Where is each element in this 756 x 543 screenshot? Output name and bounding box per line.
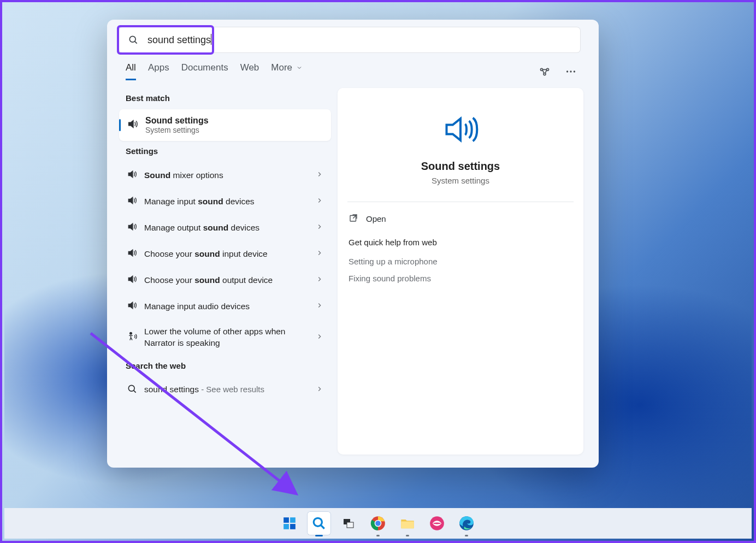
tab-documents[interactable]: Documents	[181, 62, 228, 80]
svg-point-23	[375, 521, 381, 526]
search-bar[interactable]: sound settings	[119, 27, 580, 52]
connections-icon[interactable]	[538, 64, 552, 79]
svg-point-7	[574, 70, 575, 72]
chevron-right-icon	[316, 333, 323, 343]
search-icon	[127, 383, 138, 397]
settings-result[interactable]: Choose your sound input device	[119, 241, 331, 267]
speaker-icon	[127, 221, 138, 234]
svg-point-3	[546, 68, 548, 70]
settings-result[interactable]: Lower the volume of other apps when Narr…	[119, 320, 331, 356]
svg-point-8	[130, 332, 132, 334]
speaker-icon	[127, 169, 138, 182]
help-link[interactable]: Fixing sound problems	[338, 269, 583, 286]
best-match-result[interactable]: Sound settings System settings	[119, 109, 331, 141]
open-label: Open	[366, 214, 386, 223]
quick-help-heading: Get quick help from web	[338, 230, 583, 252]
result-text: Manage output sound devices	[144, 222, 309, 234]
start-button[interactable]	[277, 511, 302, 535]
search-icon	[119, 34, 147, 45]
svg-line-1	[135, 42, 137, 44]
best-match-title: Sound settings	[145, 116, 209, 126]
search-input[interactable]: sound settings	[147, 34, 574, 46]
speaker-icon	[127, 195, 138, 208]
chevron-right-icon	[316, 249, 323, 259]
svg-line-18	[321, 525, 324, 528]
result-preview-pane: Sound settings System settings Open Get …	[338, 88, 583, 455]
settings-result[interactable]: Manage input audio devices	[119, 293, 331, 320]
help-link[interactable]: Setting up a microphone	[338, 252, 583, 269]
preview-title: Sound settings	[421, 160, 500, 173]
taskbar-chrome[interactable]	[366, 511, 390, 535]
chevron-right-icon	[316, 170, 323, 180]
best-match-subtitle: System settings	[145, 126, 209, 134]
search-web-heading: Search the web	[119, 356, 331, 377]
svg-point-4	[544, 73, 546, 75]
settings-heading: Settings	[119, 141, 331, 162]
tab-web[interactable]: Web	[240, 62, 259, 80]
result-text: Sound mixer options	[144, 170, 309, 181]
result-text: Lower the volume of other apps when Narr…	[144, 326, 309, 349]
speaker-icon	[127, 300, 138, 313]
speaker-icon	[127, 247, 138, 261]
results-list: Best match Sound settings System setting…	[119, 88, 331, 455]
best-match-heading: Best match	[119, 88, 331, 109]
taskbar-edge[interactable]	[454, 511, 479, 535]
taskbar-search-button[interactable]	[307, 511, 331, 535]
result-text: Choose your sound output device	[144, 275, 309, 286]
svg-rect-13	[284, 517, 289, 523]
svg-rect-15	[284, 524, 289, 529]
open-icon	[349, 213, 358, 225]
settings-result[interactable]: Manage output sound devices	[119, 215, 331, 241]
chevron-right-icon	[316, 197, 323, 206]
svg-rect-20	[347, 522, 353, 528]
result-text: Choose your sound input device	[144, 249, 309, 260]
taskbar-lips-app[interactable]	[425, 511, 449, 535]
taskbar	[4, 508, 752, 539]
tab-all[interactable]: All	[126, 62, 136, 80]
chevron-right-icon	[316, 302, 323, 311]
settings-result[interactable]: Choose your sound output device	[119, 267, 331, 293]
svg-rect-24	[401, 522, 414, 529]
chevron-right-icon	[316, 385, 323, 395]
svg-rect-14	[290, 517, 296, 523]
taskbar-file-explorer[interactable]	[395, 511, 420, 535]
svg-point-9	[128, 385, 134, 391]
start-search-panel: sound settings All Apps Documents Web Mo…	[107, 20, 599, 468]
chevron-right-icon	[316, 223, 323, 233]
accessibility-icon	[127, 331, 138, 344]
result-text: Manage input audio devices	[144, 301, 309, 312]
svg-point-0	[129, 36, 135, 42]
filter-tabs: All Apps Documents Web More	[107, 52, 599, 80]
speaker-icon	[439, 111, 482, 150]
svg-line-10	[134, 391, 136, 393]
tab-more[interactable]: More	[271, 62, 302, 80]
speaker-icon	[127, 274, 138, 287]
more-options-icon[interactable]	[564, 64, 578, 79]
chevron-right-icon	[316, 275, 323, 285]
svg-point-6	[570, 70, 571, 72]
svg-rect-16	[290, 524, 296, 529]
svg-point-5	[566, 70, 568, 72]
task-view-button[interactable]	[336, 511, 361, 535]
tab-apps[interactable]: Apps	[148, 62, 169, 80]
result-text: Manage input sound devices	[144, 196, 309, 208]
divider	[347, 202, 574, 202]
preview-subtitle: System settings	[432, 176, 489, 185]
speaker-icon	[127, 118, 139, 132]
svg-point-17	[314, 518, 322, 526]
svg-point-26	[433, 522, 441, 524]
web-search-result[interactable]: sound settings - See web results	[119, 377, 331, 403]
svg-point-2	[540, 68, 542, 70]
settings-result[interactable]: Manage input sound devices	[119, 188, 331, 215]
settings-result[interactable]: Sound mixer options	[119, 162, 331, 188]
open-action[interactable]: Open	[338, 208, 583, 230]
